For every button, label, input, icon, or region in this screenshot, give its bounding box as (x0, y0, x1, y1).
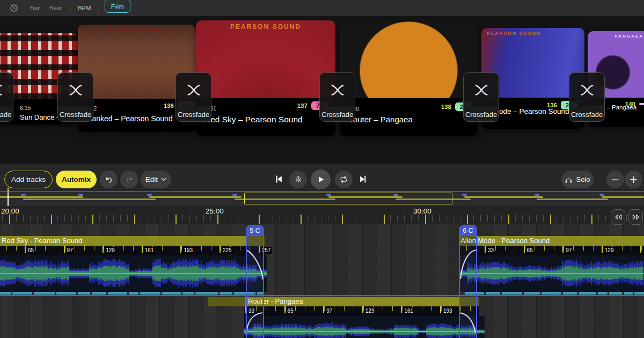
phrase-strip-segment (634, 292, 644, 295)
grid-mode-bar[interactable]: Bar (30, 5, 40, 11)
loop-button[interactable] (335, 171, 353, 188)
beat-major-tick (323, 306, 324, 313)
ruler-minor-tick (155, 215, 155, 222)
add-tracks-button[interactable]: Add tracks (4, 171, 53, 188)
overview-playhead[interactable] (8, 192, 9, 206)
cue-marker-column-6[interactable] (459, 236, 477, 338)
beat-number: 33 (487, 247, 495, 254)
ruler-minor-tick (189, 215, 190, 222)
key-badge (639, 103, 644, 105)
track-bpm: 137 (297, 102, 308, 109)
next-track-button[interactable] (356, 172, 370, 186)
jump-to-playhead-button[interactable] (289, 171, 307, 188)
timeline-tracks[interactable]: Red Sky - Pearson Sound Alien Mode - Pea… (0, 224, 644, 338)
automix-button[interactable]: Automix (56, 171, 97, 188)
beat-minor-tick (162, 246, 163, 251)
overview-transition-marker (535, 194, 539, 196)
play-button[interactable] (311, 170, 331, 189)
mix-overview[interactable] (0, 192, 644, 206)
crossfade-button[interactable]: Crossfade (57, 72, 93, 122)
beat-minor-tick (344, 306, 345, 311)
grid-mode-bpm[interactable]: BPM (78, 5, 91, 11)
previous-track-button[interactable] (272, 172, 286, 186)
time-ruler[interactable]: 20:00 25:00 30:00 (0, 206, 644, 224)
phrase-strip-segment (162, 292, 181, 295)
grid-mode-beat[interactable]: Beat (49, 5, 62, 11)
crossfade-button[interactable]: Crossfade (569, 72, 605, 122)
beat-major-tick (602, 246, 603, 253)
crossfade-button[interactable]: Crossfade (463, 72, 499, 122)
rewind-button[interactable] (611, 209, 625, 225)
phrase-strip-segment (34, 292, 55, 295)
overview-transition-marker (599, 194, 604, 196)
zoom-out-button[interactable]: − (606, 171, 624, 188)
ruler-minor-tick (245, 215, 245, 222)
beat-minor-tick (564, 246, 564, 251)
phrase-strip-segment (541, 292, 561, 295)
ruler-minor-tick (287, 215, 287, 222)
beat-major-tick (562, 246, 564, 253)
track-header-red-sky[interactable]: Red Sky - Pearson Sound (2, 236, 82, 246)
ruler-minor-tick (210, 215, 211, 222)
ruler-major-tick (134, 215, 135, 224)
beat-minor-tick (495, 246, 496, 251)
ruler-minor-tick (370, 215, 370, 222)
ruler-minor-tick (536, 215, 537, 222)
crossfade-button[interactable]: Crossfade (0, 72, 13, 122)
ruler-major-tick (384, 215, 385, 224)
track-card[interactable]: PEARSON SOUND 7:51 Red Sky – Pearson Sou… (196, 20, 335, 136)
cue-marker-label-6[interactable]: 6 C (459, 225, 477, 236)
cue-marker-label-5[interactable]: 5 C (246, 225, 264, 236)
ruler-minor-tick (529, 215, 530, 222)
fast-forward-button[interactable] (628, 209, 643, 225)
beat-number: 97 (66, 247, 74, 254)
ruler-minor-tick (2, 215, 3, 222)
beat-number: 129 (604, 247, 615, 254)
ruler-minor-tick (453, 215, 453, 222)
clock-icon[interactable] (10, 4, 18, 12)
beat-minor-tick (143, 246, 143, 251)
overview-transition-marker (78, 194, 83, 196)
redo-button[interactable] (120, 171, 138, 188)
phrase-strip-segment (140, 292, 161, 295)
beat-number: 97 (325, 307, 333, 314)
beat-major-tick (640, 246, 641, 253)
ruler-minor-tick (182, 215, 183, 222)
phrase-strip-segment (12, 292, 33, 295)
ruler-minor-tick (280, 215, 280, 222)
viewport-rect[interactable] (244, 193, 452, 204)
ruler-minor-tick (203, 215, 204, 222)
ruler-minor-tick (148, 215, 148, 222)
ruler-minor-tick (113, 215, 114, 222)
beat-number: 129 (364, 307, 376, 314)
crossfade-button[interactable]: Crossfade (175, 72, 211, 122)
crossfade-button[interactable]: Crossfade (319, 72, 355, 122)
ruler-minor-tick (196, 215, 197, 222)
phrase-strip-segment (195, 292, 218, 295)
ruler-major-tick (92, 215, 93, 224)
ruler-minor-tick (78, 215, 79, 222)
track-card[interactable]: 6:30 Router – Pangaea 1382A (340, 21, 478, 136)
zoom-in-button[interactable]: + (625, 171, 642, 188)
top-bar: Bar Beat | BPM | F#m (0, 0, 644, 16)
beat-minor-tick (544, 246, 545, 251)
beat-minor-tick (402, 306, 402, 311)
solo-button[interactable]: Solo (561, 171, 594, 188)
beat-minor-tick (441, 306, 442, 311)
overview-track-segment (537, 199, 608, 201)
ruler-minor-tick (294, 215, 294, 222)
cue-marker-column-5[interactable] (246, 236, 264, 338)
edit-menu-button[interactable]: Edit (141, 171, 171, 188)
undo-button[interactable] (100, 171, 118, 188)
phrase-strip-segment (486, 292, 501, 295)
key-button[interactable]: F#m (105, 0, 130, 13)
beat-number: 65 (27, 247, 35, 254)
ruler-minor-tick (446, 215, 447, 222)
ruler-minor-tick (543, 215, 544, 222)
beat-minor-tick (334, 306, 334, 311)
beat-minor-tick (392, 306, 393, 311)
play-icon (316, 175, 325, 184)
ruler-minor-tick (238, 215, 238, 222)
ruler-minor-tick (480, 215, 481, 222)
skip-previous-icon (273, 174, 284, 185)
